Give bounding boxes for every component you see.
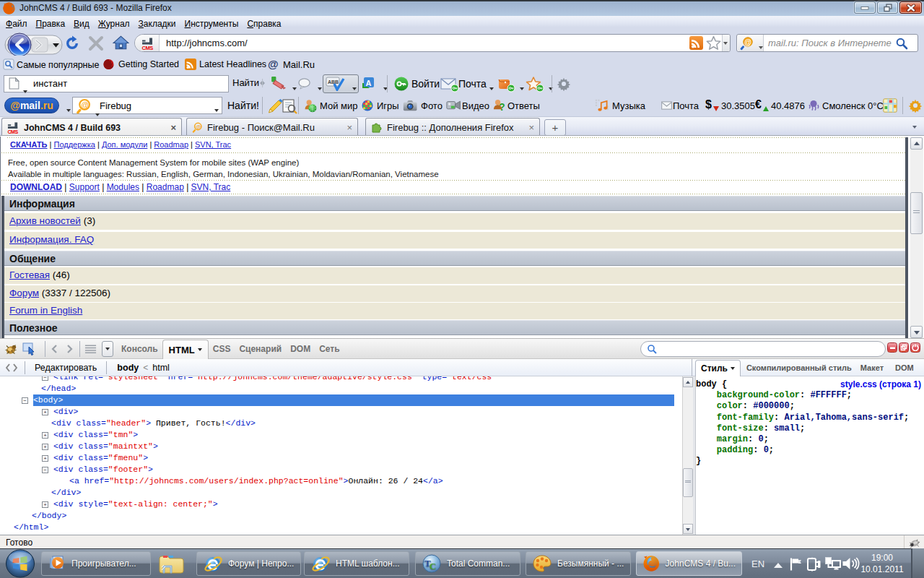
svg-text:A: A: [366, 79, 372, 87]
svg-text:C: C: [430, 561, 436, 571]
svg-text:CMS: CMS: [142, 45, 154, 51]
svg-text:?: ?: [499, 102, 505, 113]
svg-text:CMS: CMS: [7, 129, 18, 134]
svg-text:ABB: ABB: [328, 79, 339, 85]
svg-text:@: @: [744, 38, 751, 46]
svg-text:@: @: [196, 124, 201, 129]
svg-text:@: @: [81, 101, 88, 109]
